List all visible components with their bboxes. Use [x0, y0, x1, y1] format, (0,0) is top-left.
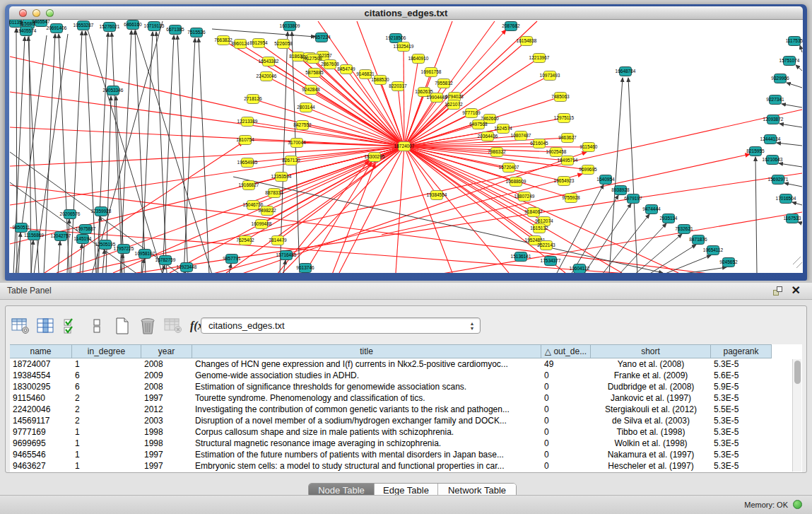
- cell-pagerank[interactable]: 5.5E-5: [711, 404, 772, 415]
- cell-name[interactable]: 18724007: [10, 358, 72, 370]
- network-node[interactable]: 7814479: [269, 236, 287, 245]
- network-node[interactable]: 15692971: [768, 175, 789, 185]
- table-row[interactable]: 1872400712008Changes of HCN gene express…: [10, 358, 802, 370]
- network-node[interactable]: 7955812: [435, 79, 453, 88]
- network-node[interactable]: 16782759: [155, 256, 176, 265]
- network-node[interactable]: 10975887: [76, 225, 96, 234]
- cell-short[interactable]: Hescheler et al. (1997): [591, 460, 711, 472]
- cell-short[interactable]: Jankovic et al. (1997): [591, 392, 711, 404]
- network-node[interactable]: 16154838: [517, 37, 537, 46]
- cell-title[interactable]: Changes of HCN gene expression and I(f) …: [192, 358, 541, 370]
- cell-short[interactable]: Nakamura et al. (1997): [591, 449, 711, 460]
- table-row[interactable]: 946554611997Estimation of the future num…: [10, 449, 802, 460]
- network-node[interactable]: 19654923: [554, 177, 575, 186]
- cell-name[interactable]: 19384554: [10, 370, 72, 381]
- cell-out_degree[interactable]: 0: [541, 404, 591, 415]
- network-node[interactable]: 6466160: [124, 21, 142, 30]
- network-node[interactable]: 6671385: [166, 25, 184, 35]
- cell-in_degree[interactable]: 1: [72, 438, 141, 449]
- network-node[interactable]: 9613746: [296, 264, 314, 273]
- network-node[interactable]: 12213967: [529, 54, 550, 63]
- minimize-window-icon[interactable]: [33, 9, 40, 17]
- cell-name[interactable]: 18300295: [10, 381, 72, 392]
- network-node[interactable]: 12353594: [271, 173, 292, 182]
- network-node[interactable]: 9463627: [558, 134, 577, 143]
- network-node[interactable]: 2935114: [660, 214, 678, 223]
- network-node[interactable]: 16210643: [763, 156, 783, 165]
- cell-out_degree[interactable]: 0: [541, 449, 591, 460]
- network-node[interactable]: 1588520: [371, 76, 389, 85]
- network-node[interactable]: 1810754: [236, 136, 254, 145]
- stacked-rows-icon[interactable]: [88, 317, 106, 335]
- cell-out_degree[interactable]: 0: [541, 460, 591, 472]
- network-node[interactable]: 15751074: [779, 57, 800, 66]
- column-header-pagerank[interactable]: pagerank: [711, 344, 772, 358]
- network-node[interactable]: 19218506: [386, 34, 406, 43]
- network-node[interactable]: 10958107: [135, 250, 155, 259]
- network-node[interactable]: 2867608: [321, 60, 339, 69]
- network-node[interactable]: 19384554: [427, 191, 447, 200]
- cell-in_degree[interactable]: 6: [72, 370, 141, 381]
- cell-short[interactable]: Tibbo et al. (1998): [591, 426, 711, 438]
- cell-name[interactable]: 9463627: [10, 460, 72, 472]
- cell-pagerank[interactable]: 5.6E-5: [711, 370, 772, 381]
- network-node[interactable]: 12923448: [177, 263, 197, 272]
- network-canvas[interactable]: 2011358115680894655471940557420691406105…: [9, 20, 803, 273]
- cell-year[interactable]: 1998: [141, 438, 192, 449]
- network-node[interactable]: 7485063: [551, 93, 570, 102]
- network-node[interactable]: 2803144: [297, 103, 315, 112]
- table-row[interactable]: 1938455462009Genome-wide association stu…: [10, 370, 802, 381]
- network-node[interactable]: 18807249: [514, 192, 535, 201]
- network-node[interactable]: 8215955: [746, 147, 765, 156]
- column-header-name[interactable]: name: [10, 344, 72, 358]
- network-node[interactable]: 17957225: [114, 245, 134, 254]
- cell-name[interactable]: 22420046: [10, 404, 72, 415]
- network-node[interactable]: 12444134: [760, 135, 781, 144]
- cell-pagerank[interactable]: 5.3E-5: [711, 449, 772, 460]
- network-node[interactable]: 10654112: [703, 246, 724, 255]
- table-row[interactable]: 969969511998Structural magnetic resonanc…: [10, 438, 802, 449]
- table-mode-icon[interactable]: [11, 317, 30, 335]
- table-vertical-scrollbar[interactable]: [792, 359, 801, 472]
- network-node[interactable]: 12213389: [237, 117, 258, 127]
- cell-pagerank[interactable]: 5.3E-5: [711, 438, 772, 449]
- network-node[interactable]: 17534377: [541, 257, 561, 266]
- network-node[interactable]: 8267130: [282, 156, 300, 165]
- cell-short[interactable]: Dudbridge et al. (2008): [591, 381, 711, 392]
- cell-year[interactable]: 2009: [141, 370, 192, 381]
- table-select-dropdown[interactable]: citations_edges.txt ▲▼: [201, 317, 481, 334]
- cell-title[interactable]: Corpus callosum shape and size in male p…: [192, 426, 541, 438]
- table-row[interactable]: 911546021997Tourette syndrome. Phenomeno…: [10, 392, 802, 404]
- cell-out_degree[interactable]: 49: [541, 358, 591, 370]
- cell-title[interactable]: Genome-wide association studies in ADHD.: [192, 370, 541, 381]
- network-node[interactable]: 11156869: [24, 231, 44, 240]
- network-node[interactable]: 1624574: [494, 124, 512, 134]
- cell-short[interactable]: Stergiakouli et al. (2012): [591, 404, 711, 415]
- cell-year[interactable]: 2012: [141, 404, 192, 415]
- cell-year[interactable]: 2008: [141, 381, 192, 392]
- cell-out_degree[interactable]: 0: [541, 381, 591, 392]
- network-node[interactable]: 9699695: [579, 165, 597, 175]
- cell-year[interactable]: 1997: [141, 460, 192, 472]
- network-node[interactable]: 1117535: [786, 37, 803, 46]
- network-node[interactable]: 16961758: [421, 68, 442, 77]
- network-node[interactable]: 19654985: [237, 158, 258, 168]
- cell-out_degree[interactable]: 0: [541, 415, 591, 426]
- network-node[interactable]: 8427552: [293, 121, 312, 130]
- cell-in_degree[interactable]: 1: [72, 449, 141, 460]
- cell-title[interactable]: Embryonic stem cells: a model to study s…: [192, 460, 541, 472]
- cell-in_degree[interactable]: 2: [72, 415, 141, 426]
- network-node[interactable]: 10807487: [511, 132, 531, 141]
- network-node[interactable]: 20053346: [103, 86, 124, 95]
- network-node[interactable]: 16033809: [280, 22, 300, 31]
- cell-in_degree[interactable]: 2: [72, 392, 141, 404]
- network-node[interactable]: 19405574: [16, 27, 37, 36]
- cell-year[interactable]: 2008: [141, 358, 192, 370]
- cell-short[interactable]: de Silva et al. (2003): [591, 415, 711, 426]
- table-row[interactable]: 1830029562008Estimation of significance …: [10, 381, 802, 392]
- cell-pagerank[interactable]: 5.3E-5: [711, 358, 772, 370]
- network-node[interactable]: 9850511: [13, 223, 30, 233]
- cell-pagerank[interactable]: 5.9E-5: [711, 381, 772, 392]
- cell-in_degree[interactable]: 1: [72, 358, 141, 370]
- cell-pagerank[interactable]: 5.3E-5: [711, 426, 772, 438]
